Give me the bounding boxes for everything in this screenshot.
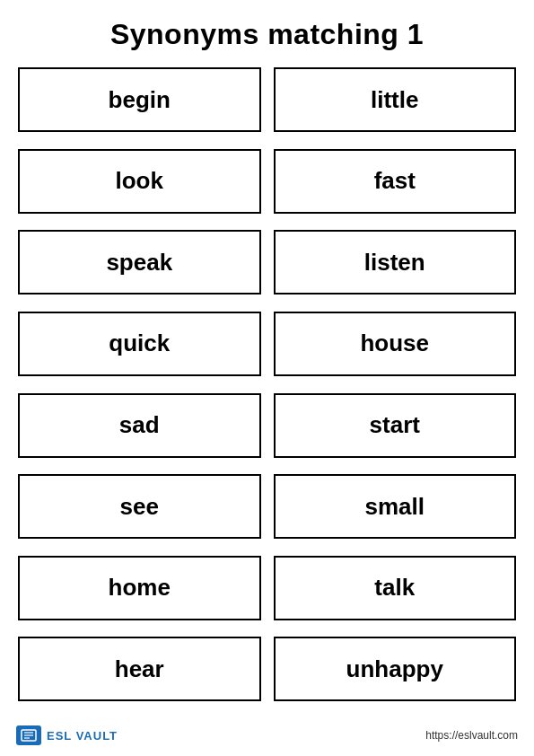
footer-logo: ESL VAULT: [16, 725, 118, 745]
word-card-right-4: start: [274, 393, 517, 458]
word-card-right-1: fast: [274, 149, 517, 214]
word-card-right-6: talk: [274, 556, 517, 620]
page-title: Synonyms matching 1: [110, 18, 424, 51]
word-card-left-7: hear: [18, 637, 261, 701]
word-grid: begin little look fast speak listen quic…: [18, 67, 516, 711]
word-card-right-0: little: [274, 67, 517, 132]
page: Synonyms matching 1 begin little look fa…: [0, 0, 534, 756]
word-card-right-3: house: [274, 312, 517, 376]
word-card-left-4: sad: [18, 393, 261, 458]
word-card-left-3: quick: [18, 312, 261, 376]
word-card-right-2: listen: [274, 230, 517, 294]
word-card-right-5: small: [274, 474, 517, 539]
logo-label: ESL VAULT: [47, 729, 118, 743]
word-card-left-1: look: [18, 149, 261, 214]
footer-url: https://eslvault.com: [425, 729, 518, 742]
footer: ESL VAULT https://eslvault.com: [0, 725, 534, 745]
word-card-right-7: unhappy: [274, 637, 517, 701]
word-card-left-6: home: [18, 556, 261, 620]
esl-logo-icon: [16, 725, 41, 745]
word-card-left-0: begin: [18, 67, 261, 132]
word-card-left-5: see: [18, 474, 261, 539]
word-card-left-2: speak: [18, 230, 261, 294]
